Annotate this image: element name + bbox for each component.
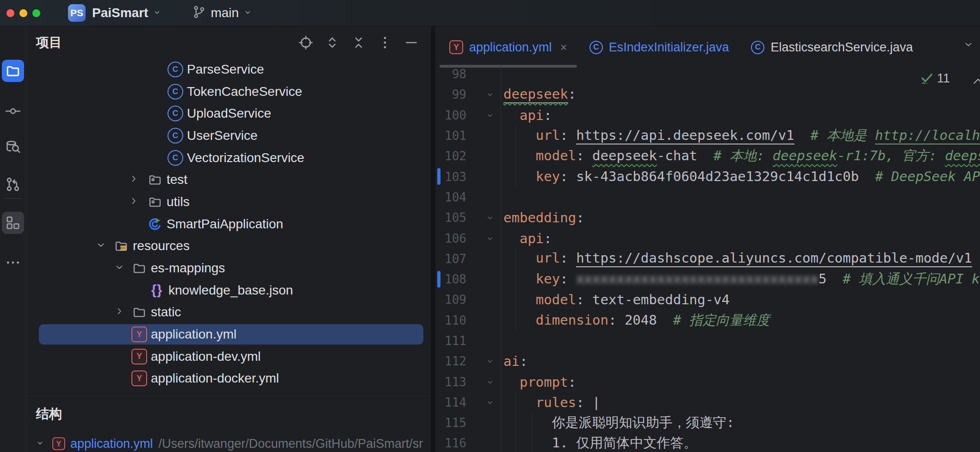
code-line-104[interactable]: 104 [435, 187, 980, 207]
chevron-right-icon[interactable] [129, 174, 139, 186]
code-line-113[interactable]: 113 prompt: [435, 371, 980, 392]
chevron-right-icon[interactable] [129, 196, 139, 208]
vcs-change-marker[interactable] [437, 168, 440, 185]
chevron-down-icon[interactable] [114, 262, 124, 274]
fold-chevron-down-icon[interactable] [485, 395, 495, 410]
panel-splitter[interactable] [26, 395, 431, 395]
editor-tab-esindexinitializer-java[interactable]: CEsIndexInitializer.java [578, 26, 740, 68]
class-file-icon: C [589, 41, 603, 54]
tree-item-static[interactable]: static [26, 301, 431, 324]
code-line-109[interactable]: 109 model: text-embedding-v4 [435, 289, 980, 310]
database-search-icon[interactable] [2, 136, 24, 158]
locate-file-icon[interactable] [298, 34, 314, 51]
tree-item-label: UserService [187, 128, 257, 143]
tree-item-vectorizationservice[interactable]: CVectorizationService [26, 147, 431, 169]
branch-name: main [211, 6, 239, 20]
indent-guide [515, 433, 516, 452]
code-line-114[interactable]: 114 rules: | [435, 392, 980, 413]
tree-selection-highlight [39, 192, 423, 212]
collapse-all-icon[interactable] [350, 34, 367, 51]
fold-chevron-down-icon[interactable] [485, 210, 495, 226]
inspections-widget[interactable]: 11 [920, 71, 950, 86]
chevron-right-icon[interactable] [114, 306, 124, 318]
panel-editor-splitter[interactable] [431, 26, 435, 452]
project-folder-icon[interactable] [2, 60, 24, 82]
tree-item-application-yml[interactable]: Yapplication.yml [26, 323, 431, 345]
fold-chevron-down-icon[interactable] [485, 353, 495, 369]
indent-guide [515, 289, 516, 310]
branch-widget[interactable]: main [192, 5, 252, 21]
code-line-101[interactable]: 101 url: https://api.deepseek.com/v1 # 本… [435, 126, 980, 146]
code-line-106[interactable]: 106 api: [435, 228, 980, 248]
code-line-116[interactable]: 116 1. 仅用简体中文作答。 [435, 433, 980, 452]
hide-panel-icon[interactable] [403, 34, 420, 51]
tree-item-label: application.yml [151, 327, 236, 342]
commit-icon[interactable] [2, 100, 24, 122]
code-line-107[interactable]: 107 url: https://dashscope.aliyuncs.com/… [435, 249, 980, 269]
tree-item-label: static [151, 305, 181, 320]
tree-item-application-docker-yml[interactable]: Yapplication-docker.yml [26, 368, 431, 390]
spring-icon [147, 216, 163, 232]
class-icon: C [167, 62, 183, 77]
zoom-window-button[interactable] [32, 9, 40, 17]
code-text: api: [503, 107, 552, 123]
tree-item-application-dev-yml[interactable]: Yapplication-dev.yml [26, 345, 431, 368]
class-file-icon: C [751, 41, 764, 54]
fold-chevron-down-icon[interactable] [485, 374, 495, 390]
more-icon[interactable] [2, 251, 24, 274]
fold-chevron-down-icon[interactable] [485, 107, 495, 123]
tab-label: application.yml [469, 40, 552, 55]
code-line-105[interactable]: 105embedding: [435, 207, 980, 228]
code-line-100[interactable]: 100 api: [435, 105, 980, 126]
tree-item-es-mappings[interactable]: es-mappings [26, 257, 431, 279]
chevron-down-icon[interactable] [36, 439, 44, 449]
vcs-change-marker[interactable] [437, 271, 440, 288]
code-line-115[interactable]: 115 你是派聪明知识助手，须遵守: [435, 413, 980, 433]
structure-icon[interactable] [2, 212, 24, 234]
chevron-down-icon [153, 8, 161, 19]
code-text: model: deepseek-chat # 本地: deepseek-r1:7… [503, 147, 980, 165]
close-window-button[interactable] [6, 9, 14, 17]
structure-panel-title: 结构 [36, 405, 62, 423]
code-line-98[interactable]: 98 [435, 64, 980, 84]
tree-item-label: application-docker.yml [151, 371, 279, 386]
tree-item-label: resources [133, 239, 190, 253]
code-line-108[interactable]: 108 key: xxxxxxxxxxxxxxxxxxxxxxxxxxxxxx5… [435, 269, 980, 289]
tree-item-knowledge-base-json[interactable]: {}knowledge_base.json [26, 279, 431, 301]
code-viewport: 9899deepseek:100 api:101 url: https://ap… [435, 64, 980, 452]
tree-item-resources[interactable]: resources [26, 235, 431, 257]
structure-root-row[interactable]: Y application.yml /Users/itwanger/Docume… [26, 433, 431, 452]
code-line-110[interactable]: 110 dimension: 2048 # 指定向量维度 [435, 310, 980, 331]
minimize-window-button[interactable] [19, 9, 27, 17]
expand-all-icon[interactable] [324, 34, 341, 51]
more-vertical-icon[interactable] [377, 34, 393, 51]
tree-item-smartpaiapplication[interactable]: SmartPaiApplication [26, 213, 431, 235]
tree-item-test[interactable]: test [26, 169, 431, 191]
project-name-menu[interactable]: PaiSmart [92, 6, 148, 20]
tab-list-chevron-down-icon[interactable] [963, 39, 974, 51]
inspections-chevron-icon[interactable] [971, 75, 980, 90]
close-tab-icon[interactable]: × [560, 41, 567, 53]
project-panel-title[interactable]: 项目 [36, 34, 62, 51]
class-icon: C [167, 84, 183, 100]
tree-item-utils[interactable]: utils [26, 191, 431, 213]
version-control-icon[interactable] [2, 173, 24, 195]
tree-item-tokencacheservice[interactable]: CTokenCacheService [26, 81, 431, 103]
fold-chevron-down-icon[interactable] [485, 87, 495, 102]
strip-divider [5, 198, 22, 199]
code-line-103[interactable]: 103 key: sk-43acb864f0604d23ae1329c14c1d… [435, 166, 980, 187]
structure-file-name[interactable]: application.yml [70, 437, 153, 451]
tree-item-userservice[interactable]: CUserService [26, 125, 431, 147]
chevron-down-icon[interactable] [96, 240, 106, 252]
editor-tab-application-yml[interactable]: Yapplication.yml× [438, 26, 578, 68]
code-line-102[interactable]: 102 model: deepseek-chat # 本地: deepseek-… [435, 146, 980, 166]
tree-item-uploadservice[interactable]: CUploadService [26, 102, 431, 125]
code-line-99[interactable]: 99deepseek: [435, 84, 980, 105]
code-line-111[interactable]: 111 [435, 331, 980, 351]
tree-item-label: knowledge_base.json [168, 283, 293, 298]
code-line-112[interactable]: 112ai: [435, 351, 980, 371]
fold-chevron-down-icon[interactable] [485, 231, 495, 246]
tree-item-label: utils [167, 195, 190, 209]
tree-item-parseservice[interactable]: CParseService [26, 58, 431, 81]
editor-tab-elasticsearchservice-java[interactable]: CElasticsearchService.java [740, 26, 924, 68]
